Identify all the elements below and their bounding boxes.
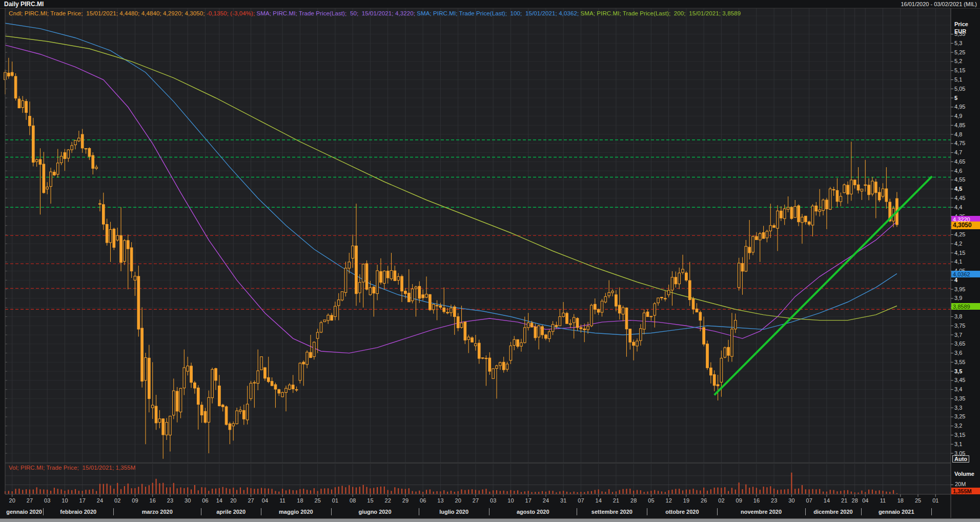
price-tick-label: 4,15	[954, 250, 965, 256]
week-label: 06	[416, 497, 430, 504]
price-tick-label: 5,25	[954, 49, 965, 55]
volume-axis-title: Volume	[954, 471, 974, 477]
week-label: 15	[363, 497, 377, 504]
legend-change: -0,1350; (-3,04%);	[207, 10, 257, 16]
month-label: maggio 2020	[257, 509, 334, 515]
price-badge: 4,3050	[951, 222, 980, 229]
price-tick-label: 3,15	[954, 432, 965, 438]
week-label: 30	[784, 497, 799, 504]
month-label: febbraio 2020	[40, 509, 117, 515]
week-label: 02	[110, 497, 125, 504]
price-tick-label: 3,35	[954, 395, 965, 401]
price-tick-label: 4	[954, 277, 957, 283]
week-label: 23	[767, 497, 781, 504]
month-label: giugno 2020	[337, 509, 414, 515]
price-tick-label: 5,2	[954, 58, 962, 64]
week-label: 29	[398, 497, 413, 504]
price-tick-label: 3,7	[954, 332, 962, 338]
week-label: 11	[275, 497, 290, 504]
volume-legend-text: Vol; PIRC.MI; Trade Price; 15/01/2021; 1…	[9, 465, 136, 471]
week-label: 20	[5, 497, 19, 504]
week-label: 16	[749, 497, 764, 504]
week-label: 28	[626, 497, 641, 504]
month-label: ottobre 2020	[644, 509, 721, 515]
legend-sma200: SMA; PIRC.MI; Trade Price(Last); 200; 15…	[581, 10, 741, 16]
week-label: 01	[328, 497, 342, 504]
price-tick-label: 3,25	[954, 413, 965, 419]
volume-badge: 1,355M	[951, 488, 980, 494]
month-label: gennaio 2021	[858, 509, 935, 515]
week-label: 27	[244, 497, 258, 504]
week-label: 27	[23, 497, 37, 504]
week-label: 17	[521, 497, 536, 504]
price-tick-label: 4,85	[954, 122, 965, 128]
price-tick-label: 3,5	[954, 368, 962, 374]
price-tick-label: 3,65	[954, 340, 965, 347]
price-tick-label: 4,75	[954, 140, 965, 146]
week-label: 11	[876, 497, 890, 504]
week-label: 30	[180, 497, 195, 504]
week-label: 08	[345, 497, 360, 504]
week-label: 13	[433, 497, 447, 504]
price-tick-label: 4,9	[954, 113, 962, 119]
legend-sma100: SMA; PIRC.MI; Trade Price(Last); 100; 15…	[417, 10, 580, 16]
price-tick-label: 5,05	[954, 86, 965, 92]
week-label: 18	[293, 497, 307, 504]
month-label: novembre 2020	[723, 509, 800, 515]
week-label: 26	[697, 497, 711, 504]
week-label: 09	[732, 497, 746, 504]
week-label: 03	[486, 497, 500, 504]
week-label: 14	[820, 497, 834, 504]
price-tick-label: 4,45	[954, 195, 965, 201]
price-tick-label: 3,1	[954, 441, 962, 447]
week-label: 04	[258, 497, 272, 504]
price-tick-label: 4,1	[954, 258, 962, 265]
price-tick-label: 4,8	[954, 131, 962, 137]
price-tick-label: 5,3	[954, 40, 962, 46]
price-tick-label: 3,2	[954, 423, 962, 429]
week-label: 23	[163, 497, 177, 504]
week-label: 24	[539, 497, 553, 504]
price-legend[interactable]: Cndl; PIRC.MI; Trade Price; 15/01/2021; …	[9, 10, 741, 16]
week-label: 03	[40, 497, 54, 504]
price-tick-label: 4,2	[954, 240, 962, 247]
week-label: 06	[198, 497, 212, 504]
price-tick-label: 4,65	[954, 158, 965, 165]
week-label: 02	[714, 497, 728, 504]
month-label: luglio 2020	[416, 509, 493, 515]
week-label: 01	[928, 497, 943, 504]
price-tick-label: 3,45	[954, 377, 965, 383]
week-label: 07	[574, 497, 588, 504]
price-tick-label: 3,55	[954, 359, 965, 365]
week-label: 16	[146, 497, 160, 504]
price-tick-label: 3,75	[954, 323, 965, 329]
price-tick-label: 4,55	[954, 176, 965, 183]
legend-sma50: SMA; PIRC.MI; Trade Price(Last); 50; 15/…	[257, 10, 417, 16]
price-tick-label: 4,6	[954, 168, 962, 174]
chart-canvas[interactable]	[0, 0, 980, 522]
week-label: 10	[503, 497, 518, 504]
price-tick-label: 4,5	[954, 186, 962, 192]
price-tick-label: 4,4	[954, 204, 962, 210]
price-tick-label: 5	[954, 95, 957, 101]
week-label: 14	[212, 497, 227, 504]
volume-axis-tick-label: 20M	[955, 481, 966, 487]
week-label: 22	[381, 497, 395, 504]
price-tick-label: 3,4	[954, 386, 962, 392]
price-tick-label: 3,9	[954, 295, 962, 301]
price-tick-label: 3,95	[954, 286, 965, 292]
week-label: 12	[662, 497, 676, 504]
week-label: 07	[802, 497, 816, 504]
price-tick-label: 3,8	[954, 313, 962, 319]
week-label: 09	[128, 497, 142, 504]
week-label: 19	[679, 497, 693, 504]
price-tick-label: 5,15	[954, 67, 965, 73]
auto-scale-button[interactable]: Auto	[952, 455, 969, 463]
volume-legend[interactable]: Vol; PIRC.MI; Trade Price; 15/01/2021; 1…	[9, 465, 136, 471]
week-label: 25	[911, 497, 925, 504]
price-tick-label: 5,1	[954, 76, 962, 83]
week-label: 20	[226, 497, 240, 504]
week-label: 17	[75, 497, 90, 504]
price-tick-label: 5,35	[954, 31, 965, 37]
horizontal-scrollbar[interactable]	[0, 518, 980, 522]
